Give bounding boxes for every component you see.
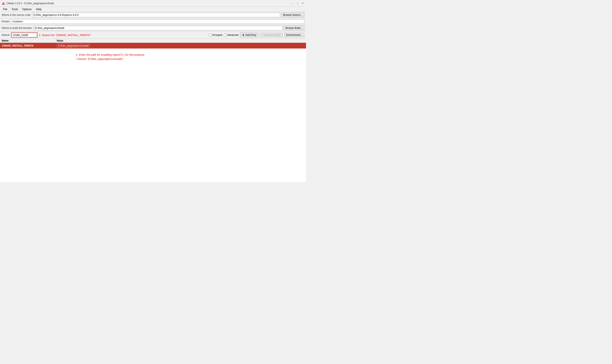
environment-button[interactable]: Environment... [284,33,304,37]
minimize-button[interactable]: ─ [291,2,294,5]
table-header: Name Value [0,39,306,43]
close-button[interactable]: ✕ [301,2,304,5]
search-annotation: 1. Search for "CMAKE_INSTALL_PREFIX" [39,34,91,37]
window-controls: ─ □ ✕ [291,2,304,5]
search-label: Search [2,34,10,37]
source-row: Where is the source code: Browse Source.… [0,12,306,18]
annotation-2: 2. Enter the path for installing OpenCV … [0,49,306,61]
grouped-checkbox[interactable] [209,34,212,37]
browse-source-button[interactable]: Browse Source... [281,13,304,17]
advanced-label: Advanced [227,34,239,37]
preset-input[interactable] [11,19,304,24]
annotation-2-line2: I choose "D:/Dev_pkgs/opencv/install") [76,57,306,61]
add-entry-button[interactable]: ✚ Add Entry [240,33,258,37]
remove-entry-button[interactable]: ✕ Remove Entry [260,33,283,37]
build-label: Where to build the binaries: [2,26,32,29]
source-label: Where is the source code: [2,13,31,16]
window-title: CMake 3.23.2 - D:/Dev_pkgs/opencv/build [6,2,54,5]
menu-bar: File Tools Options Help [0,7,306,12]
source-input[interactable] [32,13,280,17]
table-section: Name Value CMAKE_INSTALL_PREFIX D:/Dev_p… [0,39,306,182]
cmake-install-prefix-name: CMAKE_INSTALL_PREFIX [2,44,56,47]
search-controls: Grouped Advanced ✚ Add Entry ✕ Remove En… [209,33,304,37]
menu-help[interactable]: Help [34,7,44,11]
advanced-checkbox[interactable] [224,34,227,37]
cell-value-wrapper: D:/Dev_pkgs/opencv/install [56,43,90,48]
plus-icon: ✚ [242,33,245,37]
preset-row: Preset: [0,18,306,25]
value-column-header: Value [56,39,304,42]
app-icon [2,2,5,5]
table-row[interactable]: CMAKE_INSTALL_PREFIX D:/Dev_pkgs/opencv/… [0,43,306,49]
maximize-button[interactable]: □ [296,2,299,5]
content-panel: Name Value CMAKE_INSTALL_PREFIX D:/Dev_p… [0,39,306,182]
title-bar: CMake 3.23.2 - D:/Dev_pkgs/opencv/build … [0,0,306,7]
annotation-2-line1: 2. Enter the path for installing OpenCV … [76,53,306,57]
preset-label: Preset: [2,20,10,23]
search-row: Search 1. Search for "CMAKE_INSTALL_PREF… [0,31,306,39]
browse-build-button[interactable]: Browse Build... [284,26,304,30]
cmake-install-prefix-value: D:/Dev_pkgs/opencv/install [57,44,90,47]
grouped-label: Grouped [212,34,222,37]
build-row: Where to build the binaries: Browse Buil… [0,25,306,31]
search-input[interactable] [12,33,37,37]
menu-file[interactable]: File [1,7,10,11]
x-icon: ✕ [262,34,264,37]
search-input-wrapper [11,32,38,38]
name-column-header: Name [2,39,56,42]
build-input[interactable] [34,26,282,30]
grouped-checkbox-label[interactable]: Grouped [209,34,222,37]
advanced-checkbox-label[interactable]: Advanced [224,34,239,37]
menu-options[interactable]: Options [20,7,34,11]
menu-tools[interactable]: Tools [10,7,20,11]
